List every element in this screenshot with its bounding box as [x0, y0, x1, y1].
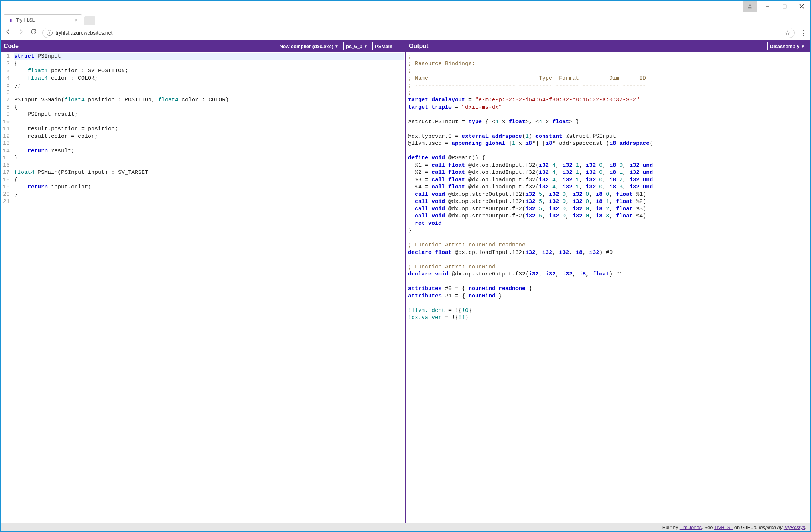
nav-back-icon[interactable]: [4, 28, 12, 37]
window-maximize-button[interactable]: [776, 1, 793, 12]
tab-title: Try HLSL: [16, 17, 35, 23]
code-pane-title: Code: [4, 43, 19, 50]
browser-menu-icon[interactable]: ⋮: [800, 29, 807, 37]
site-info-icon[interactable]: i: [47, 30, 53, 36]
window-minimize-button[interactable]: [759, 1, 776, 12]
browser-tab[interactable]: ▮ Try HLSL ×: [4, 14, 82, 25]
tab-close-icon[interactable]: ×: [75, 17, 78, 23]
address-bar[interactable]: i tryhlsl.azurewebsites.net ☆: [42, 28, 795, 38]
favicon-icon: ▮: [8, 17, 13, 23]
footer-github-link[interactable]: TryHLSL: [714, 525, 733, 530]
code-editor[interactable]: 123456789101112131415161718192021 struct…: [1, 52, 405, 523]
code-pane-header: Code New compiler (dxc.exe) ▼ ps_6_0 ▼ P…: [1, 40, 405, 52]
code-body[interactable]: struct PSInput{ float4 position : SV_POS…: [13, 52, 405, 523]
chevron-down-icon: ▼: [801, 44, 805, 48]
svg-rect-2: [783, 5, 786, 8]
browser-toolbar: i tryhlsl.azurewebsites.net ☆ ⋮: [0, 25, 811, 40]
output-view-select[interactable]: Disassembly ▼: [767, 42, 807, 50]
nav-forward-icon: [17, 28, 25, 37]
svg-point-0: [749, 4, 751, 6]
user-badge-icon[interactable]: [743, 1, 757, 12]
footer-text: Built by Tim Jones. See TryHLSL on GitHu…: [662, 525, 807, 530]
footer: Built by Tim Jones. See TryHLSL on GitHu…: [0, 523, 811, 532]
chevron-down-icon: ▼: [335, 44, 338, 48]
footer-tryroslyn-link[interactable]: TryRoslyn: [784, 525, 805, 530]
entry-point-field[interactable]: PSMain: [372, 42, 402, 50]
browser-tab-strip: ▮ Try HLSL ×: [0, 12, 811, 25]
output-pane-title: Output: [409, 43, 428, 50]
url-text: tryhlsl.azurewebsites.net: [55, 30, 112, 36]
profile-select[interactable]: ps_6_0 ▼: [343, 42, 370, 50]
output-body[interactable]: ;; Resource Bindings:;; Name Type Format…: [406, 52, 810, 523]
nav-reload-icon[interactable]: [30, 28, 37, 37]
window-close-button[interactable]: [793, 1, 810, 12]
app-main: Code New compiler (dxc.exe) ▼ ps_6_0 ▼ P…: [0, 40, 811, 523]
output-pane-header: Output Disassembly ▼: [406, 40, 810, 52]
code-pane: Code New compiler (dxc.exe) ▼ ps_6_0 ▼ P…: [1, 40, 405, 523]
bookmark-star-icon[interactable]: ☆: [785, 29, 791, 37]
compiler-select[interactable]: New compiler (dxc.exe) ▼: [277, 42, 341, 50]
chevron-down-icon: ▼: [364, 44, 368, 48]
output-pane: Output Disassembly ▼ ;; Resource Binding…: [405, 40, 810, 523]
new-tab-button[interactable]: [84, 16, 95, 25]
footer-author-link[interactable]: Tim Jones: [680, 525, 702, 530]
window-titlebar: [0, 0, 811, 12]
line-gutter: 123456789101112131415161718192021: [1, 52, 13, 523]
